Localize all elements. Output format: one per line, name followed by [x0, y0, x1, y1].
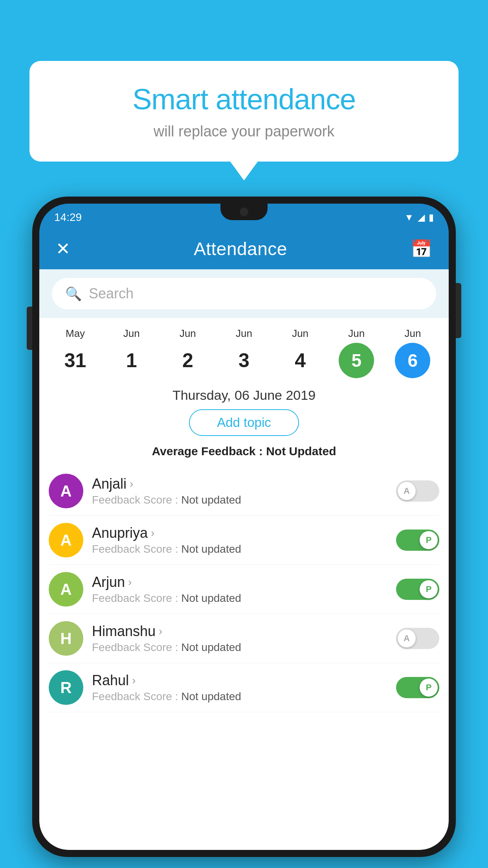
month-label: May: [66, 327, 85, 340]
speech-bubble: Smart attendance will replace your paper…: [29, 61, 459, 162]
student-item[interactable]: RRahul ›Feedback Score : Not updatedP: [49, 663, 439, 712]
speech-bubble-title: Smart attendance: [53, 83, 435, 116]
search-icon: 🔍: [65, 286, 82, 302]
camera: [240, 208, 248, 216]
day-number[interactable]: 2: [170, 343, 205, 378]
day-number[interactable]: 31: [58, 343, 93, 378]
phone-outer: 14:29 ▼ ◢ ▮ ✕ Attendance 📅 🔍: [32, 197, 456, 857]
student-name: Anupriya ›: [92, 525, 396, 541]
month-label: Jun: [236, 327, 252, 340]
chevron-icon: ›: [132, 674, 136, 687]
speech-bubble-container: Smart attendance will replace your paper…: [29, 61, 459, 162]
student-item[interactable]: AAnjali ›Feedback Score : Not updatedA: [49, 467, 439, 516]
average-feedback: Average Feedback : Not Updated: [39, 445, 449, 458]
feedback-score: Feedback Score : Not updated: [92, 494, 396, 506]
student-info: Himanshu ›Feedback Score : Not updated: [92, 623, 396, 654]
avatar: A: [49, 572, 83, 607]
avatar: A: [49, 523, 83, 557]
attendance-toggle[interactable]: P: [396, 530, 439, 551]
student-name: Himanshu ›: [92, 623, 396, 640]
date-col[interactable]: Jun6: [387, 327, 438, 378]
day-number[interactable]: 1: [114, 343, 149, 378]
status-icons: ▼ ◢ ▮: [404, 212, 434, 223]
chevron-icon: ›: [128, 576, 132, 588]
phone-inner: 14:29 ▼ ◢ ▮ ✕ Attendance 📅 🔍: [39, 204, 449, 850]
feedback-score: Feedback Score : Not updated: [92, 543, 396, 555]
day-number[interactable]: 5: [339, 343, 374, 378]
day-number[interactable]: 3: [226, 343, 262, 378]
wifi-icon: ▼: [404, 212, 414, 223]
signal-icon: ◢: [418, 212, 425, 223]
screen-content: 🔍 Search May31Jun1Jun2Jun3Jun4Jun5Jun6 T…: [39, 269, 449, 850]
search-input[interactable]: Search: [89, 285, 134, 302]
avatar: A: [49, 474, 83, 508]
toggle-knob: P: [420, 531, 438, 549]
attendance-toggle[interactable]: A: [396, 480, 439, 502]
student-name: Arjun ›: [92, 574, 396, 590]
app-bar-title: Attendance: [194, 238, 287, 259]
search-bar[interactable]: 🔍 Search: [52, 278, 436, 309]
toggle-knob: P: [420, 679, 438, 697]
toggle-container: P: [396, 530, 439, 551]
close-button[interactable]: ✕: [56, 239, 70, 259]
student-info: Arjun ›Feedback Score : Not updated: [92, 574, 396, 605]
phone-notch: [220, 204, 268, 220]
feedback-score: Feedback Score : Not updated: [92, 592, 396, 605]
chevron-icon: ›: [151, 527, 154, 539]
search-container: 🔍 Search: [39, 269, 449, 318]
attendance-toggle[interactable]: A: [396, 628, 439, 649]
date-col[interactable]: Jun3: [218, 327, 270, 378]
attendance-toggle[interactable]: P: [396, 579, 439, 600]
chevron-icon: ›: [130, 478, 133, 490]
feedback-value: Not Updated: [266, 445, 336, 458]
student-info: Anjali ›Feedback Score : Not updated: [92, 476, 396, 506]
chevron-icon: ›: [159, 625, 162, 638]
feedback-label: Average Feedback :: [152, 445, 266, 458]
date-col[interactable]: Jun4: [275, 327, 326, 378]
toggle-container: P: [396, 579, 439, 600]
selected-date: Thursday, 06 June 2019: [39, 378, 449, 409]
date-col[interactable]: Jun5: [331, 327, 382, 378]
attendance-toggle[interactable]: P: [396, 677, 439, 698]
app-bar: ✕ Attendance 📅: [39, 228, 449, 269]
calendar-row: May31Jun1Jun2Jun3Jun4Jun5Jun6: [39, 318, 449, 378]
phone-wrapper: 14:29 ▼ ◢ ▮ ✕ Attendance 📅 🔍: [32, 197, 456, 868]
student-info: Rahul ›Feedback Score : Not updated: [92, 672, 396, 703]
month-label: Jun: [292, 327, 308, 340]
month-label: Jun: [180, 327, 196, 340]
month-label: Jun: [404, 327, 421, 340]
student-list: AAnjali ›Feedback Score : Not updatedAAA…: [39, 467, 449, 712]
toggle-container: P: [396, 677, 439, 698]
avatar: R: [49, 670, 83, 705]
feedback-score: Feedback Score : Not updated: [92, 641, 396, 654]
add-topic-button[interactable]: Add topic: [189, 409, 299, 436]
date-col[interactable]: May31: [50, 327, 101, 378]
toggle-container: A: [396, 628, 439, 649]
avatar: H: [49, 621, 83, 656]
toggle-knob: A: [398, 482, 416, 500]
student-name: Rahul ›: [92, 672, 396, 689]
day-number[interactable]: 4: [283, 343, 318, 378]
battery-icon: ▮: [429, 212, 434, 223]
day-number[interactable]: 6: [395, 343, 430, 378]
student-info: Anupriya ›Feedback Score : Not updated: [92, 525, 396, 555]
student-name: Anjali ›: [92, 476, 396, 492]
speech-bubble-subtitle: will replace your paperwork: [53, 123, 435, 140]
toggle-knob: P: [420, 580, 438, 598]
toggle-container: A: [396, 480, 439, 502]
feedback-score: Feedback Score : Not updated: [92, 690, 396, 703]
calendar-icon[interactable]: 📅: [411, 239, 432, 259]
status-time: 14:29: [54, 211, 82, 224]
student-item[interactable]: AAnupriya ›Feedback Score : Not updatedP: [49, 516, 439, 565]
student-item[interactable]: AArjun ›Feedback Score : Not updatedP: [49, 565, 439, 614]
month-label: Jun: [123, 327, 140, 340]
date-col[interactable]: Jun2: [162, 327, 213, 378]
date-col[interactable]: Jun1: [106, 327, 157, 378]
student-item[interactable]: HHimanshu ›Feedback Score : Not updatedA: [49, 614, 439, 663]
month-label: Jun: [348, 327, 365, 340]
toggle-knob: A: [398, 629, 416, 647]
